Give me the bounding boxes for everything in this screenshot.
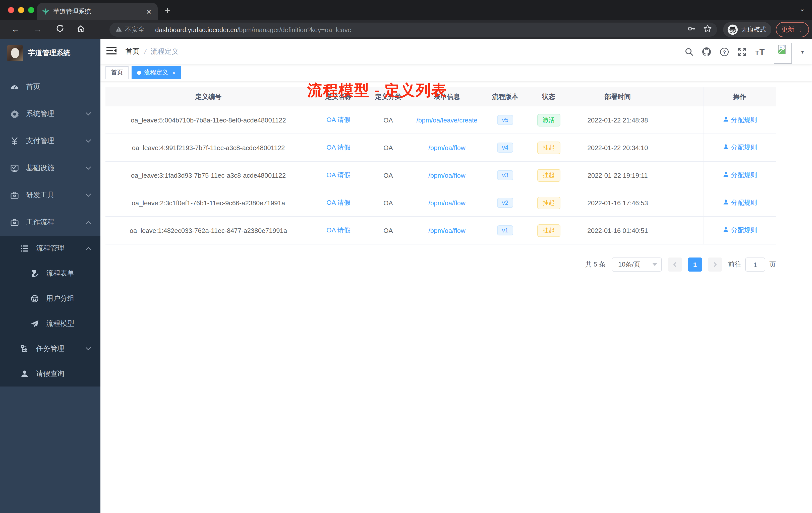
new-tab-button[interactable]: + xyxy=(165,5,170,16)
assign-rule-link[interactable]: 分配规则 xyxy=(722,226,757,235)
home-button[interactable] xyxy=(73,24,88,35)
help-icon[interactable]: ? xyxy=(720,47,729,57)
caret-down-icon[interactable]: ▼ xyxy=(800,49,805,55)
app-navbar: 首页 / 流程定义 ? xyxy=(100,39,812,64)
svg-text:T: T xyxy=(759,47,765,56)
tag-close-icon[interactable]: × xyxy=(172,69,175,76)
breadcrumb-home[interactable]: 首页 xyxy=(125,47,140,56)
column-header: 部署时间 xyxy=(570,92,665,101)
close-window-button[interactable] xyxy=(8,7,14,13)
sidebar-item-label: 流程模型 xyxy=(46,319,74,328)
address-bar[interactable]: 不安全 dashboard.yudao.iocoder.cn/bpm/manag… xyxy=(110,23,717,37)
robot-icon xyxy=(30,294,39,303)
svg-text:?: ? xyxy=(723,49,726,55)
sidebar-item-研发工具[interactable]: 研发工具 xyxy=(0,182,100,209)
sidebar-item-任务管理[interactable]: 任务管理 xyxy=(0,336,100,361)
definition-name-link[interactable]: OA 请假 xyxy=(326,144,350,151)
pagination: 共 5 条 10条/页 1 前往 1 页 xyxy=(106,258,776,272)
fullscreen-icon[interactable] xyxy=(737,47,747,57)
monitor-icon xyxy=(10,163,19,173)
form-info-link[interactable]: /bpm/oa/flow xyxy=(428,199,465,207)
chrome-update-button[interactable]: 更新 ⋮ xyxy=(776,22,809,37)
assign-rule-link[interactable]: 分配规则 xyxy=(722,171,757,180)
goto-page-input[interactable]: 1 xyxy=(745,258,765,272)
definition-name-link[interactable]: OA 请假 xyxy=(326,199,350,206)
sidebar-item-支付管理[interactable]: 支付管理 xyxy=(0,127,100,155)
briefcase-icon xyxy=(10,218,19,227)
bookmark-star-icon[interactable] xyxy=(703,24,712,35)
next-page-button[interactable] xyxy=(708,258,722,272)
sidebar-item-工作流程[interactable]: 工作流程 xyxy=(0,209,100,236)
tab-close-icon[interactable]: ✕ xyxy=(145,8,153,15)
sidebar-item-label: 首页 xyxy=(26,82,40,91)
sidebar-collapse-icon[interactable] xyxy=(107,46,116,57)
table-row: oa_leave:3:1fad3d93-7b75-11ec-a3c8-acde4… xyxy=(106,162,776,189)
annotation-title: 流程模型 - 定义列表 xyxy=(307,80,447,101)
font-size-icon[interactable]: TT xyxy=(755,47,766,56)
sidebar-item-label: 研发工具 xyxy=(26,191,54,200)
sidebar-item-首页[interactable]: 首页 xyxy=(0,73,100,100)
yen-icon xyxy=(10,137,19,146)
prev-page-button[interactable] xyxy=(668,258,682,272)
page-number-button[interactable]: 1 xyxy=(688,258,702,272)
back-button[interactable]: ← xyxy=(8,25,23,35)
tab-search-chevron-icon[interactable]: ⌄ xyxy=(800,5,805,12)
table-row: oa_leave:5:004b710b-7b8a-11ec-8ef0-acde4… xyxy=(106,107,776,134)
form-edit-icon xyxy=(30,269,39,278)
form-info-link[interactable]: /bpm/oa/flow xyxy=(428,172,465,179)
sidebar-item-label: 支付管理 xyxy=(26,137,54,146)
tag-home[interactable]: 首页 xyxy=(106,66,128,79)
zoom-window-button[interactable] xyxy=(28,7,34,13)
version-badge: v4 xyxy=(497,143,513,153)
deploy-time: 2022-01-22 19:19:11 xyxy=(570,172,665,179)
form-info-link[interactable]: /bpm/oa/flow xyxy=(428,144,465,151)
sidebar-item-流程表单[interactable]: 流程表单 xyxy=(0,261,100,286)
forward-button[interactable]: → xyxy=(30,25,45,35)
user-icon xyxy=(722,171,729,179)
minimize-window-button[interactable] xyxy=(18,7,24,13)
assign-rule-link[interactable]: 分配规则 xyxy=(722,143,757,152)
tag-process-definition[interactable]: 流程定义 × xyxy=(132,66,181,79)
sidebar-item-label: 系统管理 xyxy=(26,110,54,118)
sidebar-item-流程管理[interactable]: 流程管理 xyxy=(0,236,100,261)
app-logo[interactable]: 芋道管理系统 xyxy=(0,39,100,67)
security-warning-icon[interactable] xyxy=(116,26,122,33)
column-header: 状态 xyxy=(527,92,570,101)
assign-rule-link[interactable]: 分配规则 xyxy=(722,116,757,124)
sidebar-item-请假查询[interactable]: 请假查询 xyxy=(0,361,100,387)
window-controls[interactable] xyxy=(8,7,34,13)
sidebar-item-label: 流程管理 xyxy=(36,244,64,253)
password-key-icon[interactable] xyxy=(687,24,696,35)
incognito-icon xyxy=(727,24,738,35)
search-icon[interactable] xyxy=(685,47,694,56)
tags-view: 首页 流程定义 × xyxy=(100,64,812,81)
reload-button[interactable] xyxy=(52,24,67,35)
browser-tabstrip: 芋道管理系统 ✕ + ⌄ xyxy=(0,0,812,20)
sidebar-item-系统管理[interactable]: 系统管理 xyxy=(0,100,100,127)
definition-name-link[interactable]: OA 请假 xyxy=(326,116,350,123)
status-badge: 挂起 xyxy=(537,141,560,154)
avatar[interactable] xyxy=(774,43,792,64)
user-icon xyxy=(722,144,729,152)
breadcrumb-current: 流程定义 xyxy=(151,47,179,56)
dashboard-icon xyxy=(10,82,19,91)
definition-name-link[interactable]: OA 请假 xyxy=(326,227,350,234)
sidebar-item-流程模型[interactable]: 流程模型 xyxy=(0,311,100,336)
definition-category: OA xyxy=(366,172,411,179)
sidebar-item-基础设施[interactable]: 基础设施 xyxy=(0,155,100,182)
form-info-link[interactable]: /bpm/oa/flow xyxy=(428,227,465,234)
browser-tab[interactable]: 芋道管理系统 ✕ xyxy=(37,3,158,20)
column-header: 流程版本 xyxy=(483,92,527,101)
url-text[interactable]: dashboard.yudao.iocoder.cn/bpm/manager/d… xyxy=(155,26,351,33)
security-label[interactable]: 不安全 xyxy=(125,25,145,34)
status-badge: 挂起 xyxy=(537,197,560,209)
sidebar-item-用户分组[interactable]: 用户分组 xyxy=(0,286,100,311)
definition-name-link[interactable]: OA 请假 xyxy=(326,171,350,179)
page-size-select[interactable]: 10条/页 xyxy=(612,258,662,272)
definition-id: oa_leave:1:482ec033-762a-11ec-8477-a2380… xyxy=(106,227,311,234)
form-info-link[interactable]: /bpm/oa/leave/create xyxy=(416,116,477,124)
incognito-badge: 无痕模式 xyxy=(723,22,771,37)
assign-rule-link[interactable]: 分配规则 xyxy=(722,198,757,207)
github-icon[interactable] xyxy=(701,47,712,57)
chrome-menu-icon[interactable]: ⋮ xyxy=(798,26,804,33)
